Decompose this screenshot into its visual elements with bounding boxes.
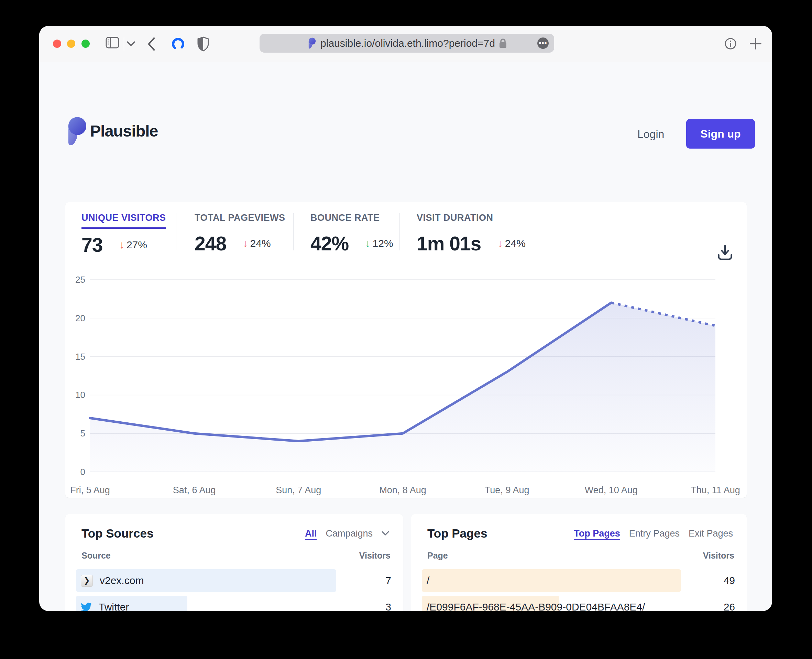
row-label: / (426, 575, 430, 586)
browser-window: plausible.io/olivida.eth.limo?period=7d … (39, 26, 772, 611)
down-arrow-icon: ↓ (497, 237, 503, 250)
brand-name[interactable]: Plausible (90, 121, 158, 140)
top-sources-card: Top Sources All Campaigns Source Visitor… (65, 514, 403, 611)
plausible-logo-icon[interactable] (65, 117, 87, 147)
list-item[interactable]: /E099F6AF-968E-45AA-B909-0DE04BFAA8E4/ 2… (422, 596, 735, 611)
zoom-window-button[interactable] (82, 39, 90, 48)
svg-text:15: 15 (75, 352, 85, 362)
svg-text:Mon, 8 Aug: Mon, 8 Aug (379, 485, 426, 495)
down-arrow-icon: ↓ (119, 239, 124, 251)
svg-text:Wed, 10 Aug: Wed, 10 Aug (585, 485, 638, 495)
svg-text:5: 5 (80, 428, 85, 438)
analytics-card: 0510152025Fri, 5 AugSat, 6 AugSun, 7 Aug… (65, 202, 747, 498)
stat-bounce-rate[interactable]: BOUNCE RATE 42% ↓12% (310, 213, 393, 255)
stat-divider (400, 213, 400, 251)
row-label: Twitter (99, 601, 129, 611)
page-settings-icon[interactable]: ••• (537, 38, 549, 49)
top-sources-rows: ❯v2ex.com 7 Twitter 3 (76, 569, 391, 611)
privacy-shield-icon[interactable] (197, 36, 209, 52)
top-pages-title: Top Pages (427, 527, 487, 540)
svg-text:Thu, 11 Aug: Thu, 11 Aug (691, 485, 740, 495)
column-visitors: Visitors (703, 551, 734, 561)
lock-icon (499, 38, 507, 49)
svg-text:Tue, 9 Aug: Tue, 9 Aug (485, 485, 529, 495)
list-item[interactable]: / 49 (422, 569, 735, 592)
signup-button[interactable]: Sign up (686, 119, 755, 148)
row-visitors: 3 (386, 596, 391, 611)
down-arrow-icon: ↓ (243, 237, 248, 250)
stat-total-pageviews[interactable]: TOTAL PAGEVIEWS 248 ↓24% (195, 213, 285, 255)
stat-unique-visitors[interactable]: UNIQUE VISITORS 73 ↓27% (82, 213, 166, 256)
svg-text:0: 0 (80, 467, 85, 477)
stat-divider (293, 213, 294, 251)
row-label: /E099F6AF-968E-45AA-B909-0DE04BFAA8E4/ (426, 601, 645, 611)
tab-all[interactable]: All (305, 528, 317, 539)
url-bar[interactable]: plausible.io/olivida.eth.limo?period=7d … (260, 34, 554, 53)
url-text: plausible.io/olivida.eth.limo?period=7d (320, 38, 495, 49)
browser-toolbar: plausible.io/olivida.eth.limo?period=7d … (39, 26, 772, 62)
toolbar-divider (124, 38, 124, 50)
svg-text:Sat, 6 Aug: Sat, 6 Aug (173, 485, 216, 495)
row-label: v2ex.com (100, 575, 144, 586)
login-link[interactable]: Login (637, 128, 664, 141)
site-row: › olivida.eth.limo 1 current visitor Fil… (39, 156, 772, 194)
svg-text:Fri, 5 Aug: Fri, 5 Aug (70, 485, 110, 495)
close-window-button[interactable] (53, 39, 61, 48)
download-export-button[interactable] (717, 244, 733, 261)
stat-divider (176, 213, 176, 251)
svg-text:25: 25 (75, 274, 85, 285)
svg-text:10: 10 (75, 390, 85, 400)
info-icon[interactable] (724, 38, 737, 50)
column-page: Page (427, 551, 448, 561)
chevron-down-icon[interactable] (382, 531, 389, 536)
row-visitors: 26 (724, 596, 735, 611)
twitter-icon (81, 602, 92, 612)
svg-text:Sun, 7 Aug: Sun, 7 Aug (276, 485, 321, 495)
visitors-area-chart: 0510152025Fri, 5 AugSat, 6 AugSun, 7 Aug… (65, 202, 747, 498)
top-sources-title: Top Sources (82, 527, 153, 540)
top-pages-card: Top Pages Top PagesEntry PagesExit Pages… (411, 514, 747, 611)
new-tab-icon[interactable] (749, 37, 763, 50)
tab-entry-pages[interactable]: Entry Pages (629, 528, 680, 539)
tab-campaigns[interactable]: Campaigns (326, 528, 373, 539)
tab-exit-pages[interactable]: Exit Pages (689, 528, 733, 539)
top-pages-rows: / 49 /E099F6AF-968E-45AA-B909-0DE04BFAA8… (422, 569, 735, 611)
minimize-window-button[interactable] (67, 39, 75, 48)
column-visitors: Visitors (359, 551, 390, 561)
list-item[interactable]: Twitter 3 (76, 596, 391, 611)
column-source: Source (82, 551, 111, 561)
v2ex-icon: ❯ (81, 575, 93, 587)
row-visitors: 49 (724, 569, 735, 592)
tab-top-pages[interactable]: Top Pages (574, 528, 620, 539)
list-item[interactable]: ❯v2ex.com 7 (76, 569, 391, 592)
stat-visit-duration[interactable]: VISIT DURATION 1m 01s ↓24% (417, 213, 526, 255)
sidebar-toggle-icon[interactable] (105, 37, 119, 49)
row-visitors: 7 (386, 569, 391, 592)
back-icon[interactable] (146, 37, 156, 51)
svg-text:20: 20 (75, 313, 85, 323)
chevron-down-icon[interactable] (126, 41, 135, 46)
down-arrow-icon: ↓ (365, 237, 371, 250)
loading-spinner-icon (171, 37, 185, 51)
site-favicon-icon (307, 38, 316, 49)
